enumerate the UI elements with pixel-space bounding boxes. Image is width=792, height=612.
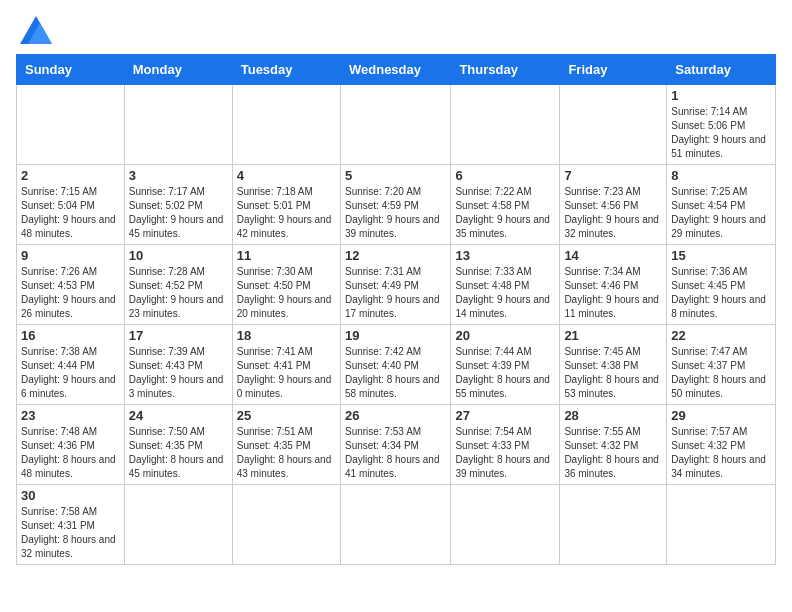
day-info: Sunrise: 7:36 AM Sunset: 4:45 PM Dayligh… xyxy=(671,265,771,321)
day-of-week-header: Thursday xyxy=(451,55,560,85)
calendar-cell xyxy=(667,485,776,565)
calendar-cell xyxy=(340,485,450,565)
day-number: 27 xyxy=(455,408,555,423)
day-number: 16 xyxy=(21,328,120,343)
calendar-header-row: SundayMondayTuesdayWednesdayThursdayFrid… xyxy=(17,55,776,85)
calendar-cell: 13Sunrise: 7:33 AM Sunset: 4:48 PM Dayli… xyxy=(451,245,560,325)
day-number: 3 xyxy=(129,168,228,183)
day-info: Sunrise: 7:14 AM Sunset: 5:06 PM Dayligh… xyxy=(671,105,771,161)
calendar-cell: 30Sunrise: 7:58 AM Sunset: 4:31 PM Dayli… xyxy=(17,485,125,565)
logo xyxy=(16,16,52,44)
day-number: 23 xyxy=(21,408,120,423)
day-number: 14 xyxy=(564,248,662,263)
calendar-cell: 3Sunrise: 7:17 AM Sunset: 5:02 PM Daylig… xyxy=(124,165,232,245)
day-number: 18 xyxy=(237,328,336,343)
day-info: Sunrise: 7:15 AM Sunset: 5:04 PM Dayligh… xyxy=(21,185,120,241)
day-info: Sunrise: 7:48 AM Sunset: 4:36 PM Dayligh… xyxy=(21,425,120,481)
calendar-cell: 16Sunrise: 7:38 AM Sunset: 4:44 PM Dayli… xyxy=(17,325,125,405)
day-number: 5 xyxy=(345,168,446,183)
day-number: 6 xyxy=(455,168,555,183)
day-of-week-header: Monday xyxy=(124,55,232,85)
calendar-cell: 26Sunrise: 7:53 AM Sunset: 4:34 PM Dayli… xyxy=(340,405,450,485)
calendar-cell: 17Sunrise: 7:39 AM Sunset: 4:43 PM Dayli… xyxy=(124,325,232,405)
calendar-cell: 1Sunrise: 7:14 AM Sunset: 5:06 PM Daylig… xyxy=(667,85,776,165)
day-of-week-header: Friday xyxy=(560,55,667,85)
calendar-cell: 11Sunrise: 7:30 AM Sunset: 4:50 PM Dayli… xyxy=(232,245,340,325)
day-number: 12 xyxy=(345,248,446,263)
calendar-cell xyxy=(124,485,232,565)
day-info: Sunrise: 7:22 AM Sunset: 4:58 PM Dayligh… xyxy=(455,185,555,241)
day-info: Sunrise: 7:30 AM Sunset: 4:50 PM Dayligh… xyxy=(237,265,336,321)
day-of-week-header: Sunday xyxy=(17,55,125,85)
day-info: Sunrise: 7:18 AM Sunset: 5:01 PM Dayligh… xyxy=(237,185,336,241)
day-number: 25 xyxy=(237,408,336,423)
calendar-week-row: 1Sunrise: 7:14 AM Sunset: 5:06 PM Daylig… xyxy=(17,85,776,165)
day-number: 15 xyxy=(671,248,771,263)
day-of-week-header: Saturday xyxy=(667,55,776,85)
day-number: 11 xyxy=(237,248,336,263)
day-number: 21 xyxy=(564,328,662,343)
calendar-cell xyxy=(451,85,560,165)
day-info: Sunrise: 7:23 AM Sunset: 4:56 PM Dayligh… xyxy=(564,185,662,241)
calendar-cell: 8Sunrise: 7:25 AM Sunset: 4:54 PM Daylig… xyxy=(667,165,776,245)
day-number: 7 xyxy=(564,168,662,183)
day-info: Sunrise: 7:25 AM Sunset: 4:54 PM Dayligh… xyxy=(671,185,771,241)
day-info: Sunrise: 7:39 AM Sunset: 4:43 PM Dayligh… xyxy=(129,345,228,401)
day-number: 20 xyxy=(455,328,555,343)
day-info: Sunrise: 7:44 AM Sunset: 4:39 PM Dayligh… xyxy=(455,345,555,401)
calendar-cell: 22Sunrise: 7:47 AM Sunset: 4:37 PM Dayli… xyxy=(667,325,776,405)
calendar-cell: 29Sunrise: 7:57 AM Sunset: 4:32 PM Dayli… xyxy=(667,405,776,485)
calendar-cell: 12Sunrise: 7:31 AM Sunset: 4:49 PM Dayli… xyxy=(340,245,450,325)
calendar-cell xyxy=(340,85,450,165)
calendar-cell: 15Sunrise: 7:36 AM Sunset: 4:45 PM Dayli… xyxy=(667,245,776,325)
calendar-cell: 27Sunrise: 7:54 AM Sunset: 4:33 PM Dayli… xyxy=(451,405,560,485)
day-info: Sunrise: 7:55 AM Sunset: 4:32 PM Dayligh… xyxy=(564,425,662,481)
day-number: 4 xyxy=(237,168,336,183)
day-number: 8 xyxy=(671,168,771,183)
logo-icon xyxy=(20,16,52,44)
day-info: Sunrise: 7:58 AM Sunset: 4:31 PM Dayligh… xyxy=(21,505,120,561)
calendar-cell xyxy=(560,485,667,565)
day-number: 17 xyxy=(129,328,228,343)
day-number: 9 xyxy=(21,248,120,263)
day-of-week-header: Wednesday xyxy=(340,55,450,85)
calendar-cell: 6Sunrise: 7:22 AM Sunset: 4:58 PM Daylig… xyxy=(451,165,560,245)
day-number: 22 xyxy=(671,328,771,343)
calendar-cell xyxy=(232,85,340,165)
day-info: Sunrise: 7:38 AM Sunset: 4:44 PM Dayligh… xyxy=(21,345,120,401)
day-info: Sunrise: 7:51 AM Sunset: 4:35 PM Dayligh… xyxy=(237,425,336,481)
calendar-cell: 18Sunrise: 7:41 AM Sunset: 4:41 PM Dayli… xyxy=(232,325,340,405)
calendar-week-row: 9Sunrise: 7:26 AM Sunset: 4:53 PM Daylig… xyxy=(17,245,776,325)
day-number: 24 xyxy=(129,408,228,423)
calendar-cell: 5Sunrise: 7:20 AM Sunset: 4:59 PM Daylig… xyxy=(340,165,450,245)
day-number: 13 xyxy=(455,248,555,263)
calendar-cell: 9Sunrise: 7:26 AM Sunset: 4:53 PM Daylig… xyxy=(17,245,125,325)
day-info: Sunrise: 7:33 AM Sunset: 4:48 PM Dayligh… xyxy=(455,265,555,321)
calendar-cell: 2Sunrise: 7:15 AM Sunset: 5:04 PM Daylig… xyxy=(17,165,125,245)
calendar-week-row: 2Sunrise: 7:15 AM Sunset: 5:04 PM Daylig… xyxy=(17,165,776,245)
calendar-cell: 20Sunrise: 7:44 AM Sunset: 4:39 PM Dayli… xyxy=(451,325,560,405)
day-number: 19 xyxy=(345,328,446,343)
day-info: Sunrise: 7:42 AM Sunset: 4:40 PM Dayligh… xyxy=(345,345,446,401)
day-of-week-header: Tuesday xyxy=(232,55,340,85)
calendar-week-row: 16Sunrise: 7:38 AM Sunset: 4:44 PM Dayli… xyxy=(17,325,776,405)
calendar-cell: 28Sunrise: 7:55 AM Sunset: 4:32 PM Dayli… xyxy=(560,405,667,485)
calendar-cell: 10Sunrise: 7:28 AM Sunset: 4:52 PM Dayli… xyxy=(124,245,232,325)
day-info: Sunrise: 7:54 AM Sunset: 4:33 PM Dayligh… xyxy=(455,425,555,481)
calendar-cell: 25Sunrise: 7:51 AM Sunset: 4:35 PM Dayli… xyxy=(232,405,340,485)
page-header xyxy=(16,16,776,44)
calendar-cell xyxy=(232,485,340,565)
day-info: Sunrise: 7:41 AM Sunset: 4:41 PM Dayligh… xyxy=(237,345,336,401)
calendar-cell: 21Sunrise: 7:45 AM Sunset: 4:38 PM Dayli… xyxy=(560,325,667,405)
calendar-cell: 4Sunrise: 7:18 AM Sunset: 5:01 PM Daylig… xyxy=(232,165,340,245)
day-info: Sunrise: 7:45 AM Sunset: 4:38 PM Dayligh… xyxy=(564,345,662,401)
calendar-cell: 23Sunrise: 7:48 AM Sunset: 4:36 PM Dayli… xyxy=(17,405,125,485)
day-info: Sunrise: 7:26 AM Sunset: 4:53 PM Dayligh… xyxy=(21,265,120,321)
day-info: Sunrise: 7:50 AM Sunset: 4:35 PM Dayligh… xyxy=(129,425,228,481)
calendar-week-row: 23Sunrise: 7:48 AM Sunset: 4:36 PM Dayli… xyxy=(17,405,776,485)
day-info: Sunrise: 7:28 AM Sunset: 4:52 PM Dayligh… xyxy=(129,265,228,321)
calendar-cell xyxy=(560,85,667,165)
day-info: Sunrise: 7:20 AM Sunset: 4:59 PM Dayligh… xyxy=(345,185,446,241)
calendar-cell: 14Sunrise: 7:34 AM Sunset: 4:46 PM Dayli… xyxy=(560,245,667,325)
day-number: 28 xyxy=(564,408,662,423)
